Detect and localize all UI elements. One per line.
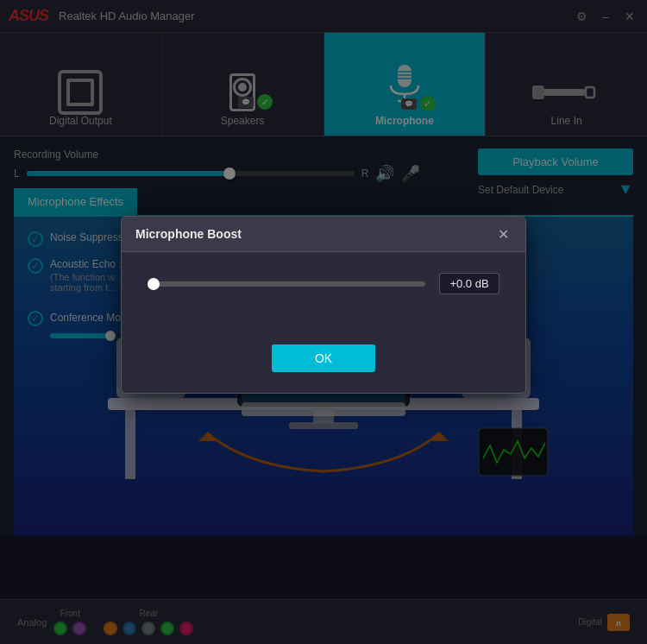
boost-slider[interactable] [148, 281, 425, 287]
modal-close-button[interactable]: ✕ [494, 225, 512, 243]
boost-slider-thumb [148, 278, 160, 290]
modal-header: Microphone Boost ✕ [122, 217, 525, 252]
microphone-boost-modal: Microphone Boost ✕ +0.0 dB OK [121, 216, 526, 394]
modal-slider-row: +0.0 dB [148, 273, 499, 294]
modal-body: +0.0 dB [122, 252, 525, 336]
db-value-display: +0.0 dB [439, 273, 499, 294]
modal-title: Microphone Boost [135, 227, 242, 241]
modal-footer: OK [122, 336, 525, 393]
modal-ok-button[interactable]: OK [272, 344, 375, 372]
modal-overlay[interactable]: Microphone Boost ✕ +0.0 dB OK [0, 0, 647, 644]
